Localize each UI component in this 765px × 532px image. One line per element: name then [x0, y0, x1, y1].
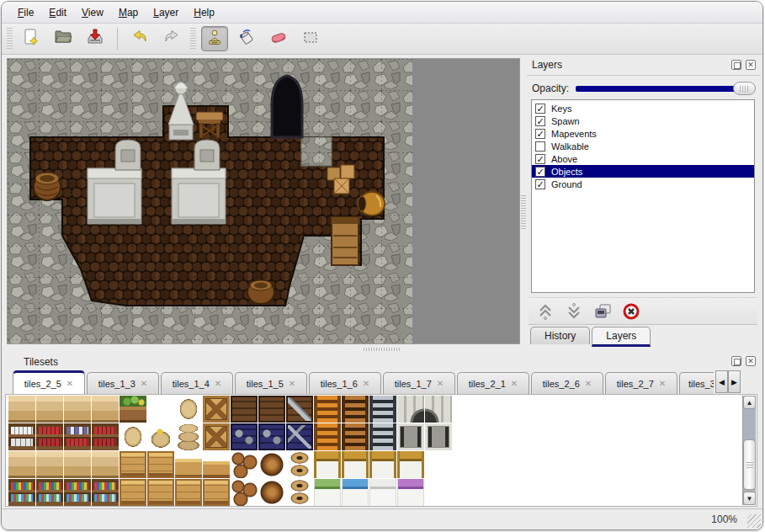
- resize-grip[interactable]: [747, 514, 761, 528]
- layer-row-ground[interactable]: ✓Ground: [532, 178, 754, 190]
- tileset-tile-b3[interactable]: [231, 479, 258, 506]
- tileset-tab-tiles_2_1[interactable]: tiles_2_1✕: [457, 372, 529, 394]
- toolbar-drag-handle[interactable]: [190, 28, 196, 50]
- undo-button[interactable]: [126, 26, 153, 51]
- tileset-tab-tiles_3[interactable]: tiles_3✕: [679, 372, 714, 394]
- stamp-tool-button[interactable]: [201, 26, 228, 51]
- tileset-tile-sv[interactable]: [92, 479, 119, 506]
- tileset-tab-tiles_1_5[interactable]: tiles_1_5✕: [235, 372, 307, 394]
- tileset-tile-bh[interactable]: [342, 451, 369, 478]
- tileset-tile-st[interactable]: [64, 451, 91, 478]
- tileset-tile-po[interactable]: [286, 479, 313, 506]
- tileset-tile-dc[interactable]: [258, 396, 285, 423]
- tileset-tile-lb[interactable]: [342, 396, 369, 423]
- menu-view[interactable]: View: [74, 3, 111, 22]
- layer-row-keys[interactable]: ✓Keys: [532, 102, 754, 114]
- scrollbar-thumb[interactable]: [743, 439, 756, 490]
- tileset-tile-cw[interactable]: [120, 451, 146, 478]
- tileset-tile-dc[interactable]: [231, 396, 258, 423]
- tileset-tile-bh[interactable]: [397, 451, 424, 478]
- tileset-tab-tiles_1_3[interactable]: tiles_1_3✕: [87, 372, 159, 394]
- tileset-tile-cl[interactable]: [175, 451, 202, 478]
- new-file-button[interactable]: [18, 26, 45, 51]
- layer-row-above[interactable]: ✓Above: [532, 152, 754, 165]
- scroll-down-button[interactable]: ▼: [743, 492, 756, 505]
- toolbar-drag-handle[interactable]: [7, 28, 13, 50]
- splitter-grip[interactable]: [521, 195, 526, 229]
- tileset-tile-sv[interactable]: [36, 479, 63, 506]
- tileset-tile-b1[interactable]: [258, 451, 285, 478]
- tileset-tile-pb[interactable]: [120, 396, 146, 423]
- redo-button[interactable]: [158, 26, 185, 51]
- tab-close-icon[interactable]: ✕: [66, 379, 73, 388]
- tileset-tab-tiles_1_4[interactable]: tiles_1_4✕: [161, 372, 233, 394]
- select-tool-button[interactable]: [297, 26, 324, 51]
- panel-tab-layers[interactable]: Layers: [592, 327, 651, 347]
- tileset-tile-st[interactable]: [92, 451, 119, 478]
- tileset-tile-b3[interactable]: [231, 451, 258, 478]
- tileset-tile-xx[interactable]: [425, 479, 452, 506]
- layer-visibility-checkbox[interactable]: [535, 141, 545, 152]
- tileset-tile-zc[interactable]: [286, 396, 313, 423]
- layer-visibility-checkbox[interactable]: ✓: [535, 154, 545, 164]
- float-panel-icon[interactable]: [731, 60, 741, 70]
- layer-row-walkable[interactable]: Walkable: [532, 140, 754, 152]
- tab-close-icon[interactable]: ✕: [585, 379, 592, 388]
- tileset-tile-lb[interactable]: [342, 423, 369, 450]
- tileset-tile-arL[interactable]: [397, 396, 424, 423]
- tileset-tile-st[interactable]: [8, 396, 35, 423]
- tileset-tile-cx[interactable]: [203, 396, 230, 423]
- opacity-slider-handle[interactable]: [733, 82, 756, 95]
- layer-row-spawn[interactable]: ✓Spawn: [532, 114, 754, 127]
- tab-close-icon[interactable]: ✕: [511, 379, 518, 388]
- tileset-tab-tiles_2_5[interactable]: tiles_2_5✕: [13, 370, 85, 394]
- tileset-tile-sk[interactable]: [175, 396, 202, 423]
- tileset-tile-s2[interactable]: [175, 423, 202, 450]
- tileset-tile-dr[interactable]: [425, 423, 452, 450]
- panel-tab-history[interactable]: History: [530, 327, 590, 344]
- tileset-tile-cx[interactable]: [203, 423, 230, 450]
- tileset-tile-lg[interactable]: [369, 423, 396, 450]
- tileset-tile-sp[interactable]: [64, 423, 91, 450]
- scroll-tabs-left-button[interactable]: ◀: [715, 370, 728, 393]
- tab-close-icon[interactable]: ✕: [289, 379, 295, 388]
- tileset-tile-cr[interactable]: [175, 479, 202, 506]
- tab-close-icon[interactable]: ✕: [141, 379, 147, 388]
- tab-close-icon[interactable]: ✕: [659, 379, 666, 388]
- tab-close-icon[interactable]: ✕: [437, 379, 444, 388]
- tileset-tile-cr[interactable]: [147, 479, 174, 506]
- tileset-tile-b1[interactable]: [258, 479, 285, 506]
- tileset-tile-st[interactable]: [92, 396, 119, 423]
- tileset-tile-os[interactable]: [147, 423, 174, 450]
- menu-edit[interactable]: Edit: [41, 3, 74, 22]
- tileset-tile-sk[interactable]: [120, 423, 146, 450]
- tileset-tab-tiles_1_6[interactable]: tiles_1_6✕: [309, 372, 381, 394]
- close-panel-icon[interactable]: ✕: [746, 60, 756, 70]
- menu-layer[interactable]: Layer: [146, 3, 186, 22]
- tileset-tile-lo[interactable]: [314, 423, 341, 450]
- splitter-grip[interactable]: [364, 348, 401, 351]
- menu-map[interactable]: Map: [111, 3, 146, 22]
- tileset-tile-bg[interactable]: [314, 479, 341, 506]
- tab-close-icon[interactable]: ✕: [215, 379, 221, 388]
- delete-layer-button[interactable]: [621, 301, 641, 322]
- tileset-tile-bb[interactable]: [342, 479, 369, 506]
- tileset-tile-st[interactable]: [64, 396, 91, 423]
- tileset-tile-st[interactable]: [36, 396, 63, 423]
- save-file-button[interactable]: [82, 26, 109, 51]
- tileset-tile-nc[interactable]: [231, 423, 258, 450]
- close-panel-icon[interactable]: ✕: [746, 356, 756, 366]
- duplicate-layer-button[interactable]: [592, 301, 613, 322]
- tileset-tile-bh[interactable]: [369, 451, 396, 478]
- tileset-tile-sv[interactable]: [8, 479, 35, 506]
- scroll-up-button[interactable]: ▲: [743, 396, 756, 409]
- float-panel-icon[interactable]: [731, 356, 741, 366]
- tileset-tile-cw[interactable]: [147, 451, 174, 478]
- layer-visibility-checkbox[interactable]: ✓: [535, 129, 545, 139]
- tileset-tile-lo[interactable]: [314, 396, 341, 423]
- map-canvas[interactable]: [7, 58, 520, 344]
- tileset-tile-lg[interactable]: [369, 396, 396, 423]
- tileset-tab-tiles_2_6[interactable]: tiles_2_6✕: [531, 372, 603, 394]
- menu-file[interactable]: File: [10, 3, 41, 22]
- eraser-tool-button[interactable]: [265, 26, 292, 51]
